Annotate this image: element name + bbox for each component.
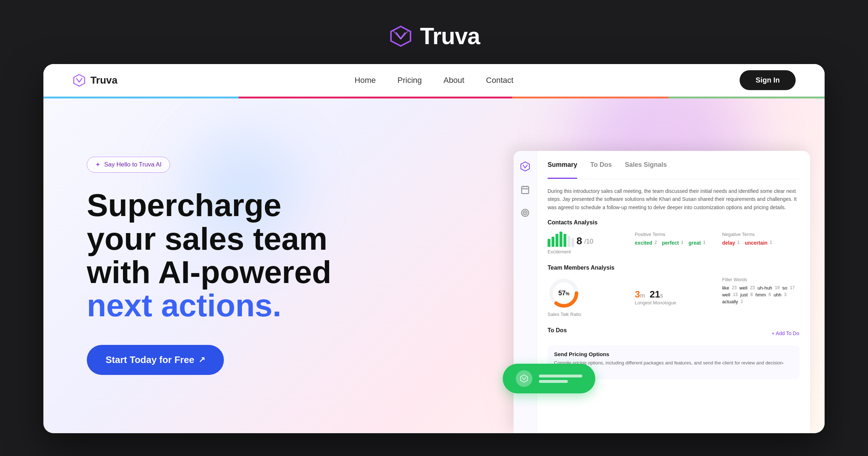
hero-title-line2: your sales team: [87, 221, 327, 257]
filler-words-box: Filler Words like 23 well 23 uh-huh 19 s…: [722, 277, 799, 317]
browser-card: Truva Home Pricing About Contact Sign In…: [43, 64, 825, 433]
brand-name: Truva: [420, 23, 480, 50]
pill-line-2: [539, 380, 568, 383]
term-perfect-count: 1: [681, 240, 684, 246]
hero-title-highlight: next actions.: [87, 287, 281, 323]
bar-7: [571, 238, 574, 247]
positive-terms: excited 2 perfect 1 great 1: [635, 240, 712, 246]
term-great-count: 1: [703, 240, 706, 246]
arrow-icon: ↗: [199, 355, 205, 364]
fw-so: so: [782, 285, 787, 291]
monologue-sec: 21s: [650, 289, 663, 300]
filler-words-list: like 23 well 23 uh-huh 19 so 17 well 13 …: [722, 285, 799, 304]
hero-title: Supercharge your sales team with AI-powe…: [87, 189, 354, 322]
hero-section: ✦ Say Hello to Truva AI Supercharge your…: [43, 98, 514, 433]
tab-sales-signals[interactable]: Sales Signals: [625, 161, 667, 174]
bar-5: [563, 234, 566, 247]
monologue-box: 3m 21s Longest Monologue: [635, 277, 712, 317]
term-excited: excited: [635, 240, 652, 246]
todos-header: To Dos + Add To Do: [548, 327, 799, 339]
bar-4: [559, 232, 562, 247]
sparkle-icon: ✦: [95, 161, 101, 169]
term-uncertain-count: 1: [770, 240, 772, 246]
fw-uhhuh: uh-huh: [758, 285, 772, 291]
term-perfect: perfect: [662, 240, 679, 246]
svg-marker-0: [391, 26, 410, 46]
fw-like: like: [722, 285, 729, 291]
negative-terms-label: Negative Terms: [722, 232, 799, 237]
term-great: great: [689, 240, 701, 246]
add-todo-button[interactable]: + Add To Do: [772, 330, 799, 336]
positive-terms-box: Positive Terms excited 2 perfect 1 great…: [635, 232, 712, 254]
donut-percent: 57: [558, 290, 566, 297]
nav-contact[interactable]: Contact: [486, 76, 514, 85]
navbar: Truva Home Pricing About Contact Sign In: [43, 64, 825, 97]
pill-icon: [516, 370, 532, 387]
hero-badge-text: Say Hello to Truva AI: [104, 161, 162, 168]
fw-just: just: [740, 292, 748, 297]
team-analysis-grid: 57% Sales Talk Ratio 3m 21s: [548, 277, 799, 317]
fw-uhh: uhh: [774, 292, 782, 297]
donut-label: 57%: [558, 290, 570, 297]
monologue-time: 3m 21s: [635, 289, 712, 300]
svg-marker-1: [74, 75, 85, 86]
svg-marker-2: [521, 375, 528, 382]
contacts-analysis-grid: 8 /10 Excitement Positive Terms excited: [548, 232, 799, 254]
tab-todos[interactable]: To Dos: [590, 161, 612, 174]
outer-wrapper: Truva Truva Home: [0, 0, 868, 456]
top-branding: Truva: [388, 23, 480, 50]
excitement-label: Excitement: [548, 249, 625, 254]
fw-actually: actually: [722, 299, 738, 304]
donut-pct: %: [566, 291, 570, 296]
floating-pill: [503, 364, 595, 393]
positive-terms-label: Positive Terms: [635, 232, 712, 237]
negative-terms-box: Negative Terms delay 1 uncertain 1: [722, 232, 799, 254]
nav-home[interactable]: Home: [354, 76, 376, 85]
team-analysis-title: Team Members Analysis: [548, 265, 799, 271]
nav-logo-small-icon: [72, 73, 86, 87]
cta-label: Start Today for Free: [106, 354, 194, 366]
signin-button[interactable]: Sign In: [740, 70, 796, 90]
summary-text: During this introductory sales call meet…: [548, 187, 799, 211]
talk-ratio-box: 57% Sales Talk Ratio: [548, 277, 625, 317]
nav-pricing[interactable]: Pricing: [397, 76, 422, 85]
brand-logo-icon: [388, 24, 413, 49]
bar-1: [548, 239, 550, 247]
excitement-denom: /10: [584, 238, 593, 245]
tab-summary[interactable]: Summary: [548, 161, 577, 174]
donut-wrapper: 57%: [548, 277, 580, 309]
ui-panel-wrapper: Summary To Dos Sales Signals During this…: [514, 98, 825, 433]
hero-badge: ✦ Say Hello to Truva AI: [87, 157, 170, 173]
bar-3: [556, 234, 558, 247]
panel-tabs: Summary To Dos Sales Signals: [548, 161, 799, 179]
excitement-bars: [548, 232, 574, 247]
cta-button[interactable]: Start Today for Free ↗: [87, 345, 224, 375]
fw-hmm: hmm: [756, 292, 766, 297]
sidebar-logo-icon: [518, 160, 532, 173]
pill-lines: [539, 375, 582, 383]
term-delay-count: 1: [737, 240, 740, 246]
main-content: ✦ Say Hello to Truva AI Supercharge your…: [43, 98, 825, 433]
sidebar-calendar-icon[interactable]: [518, 183, 532, 197]
nav-about[interactable]: About: [443, 76, 464, 85]
term-delay: delay: [722, 240, 735, 246]
monologue-label: Longest Monologue: [635, 300, 712, 305]
todos-title: To Dos: [548, 327, 567, 334]
svg-marker-3: [521, 162, 529, 171]
fw-well1: well: [739, 285, 747, 291]
nav-logo: Truva: [72, 73, 118, 87]
pill-line-1: [539, 375, 582, 377]
excitement-score: 8: [576, 235, 582, 247]
filler-words-label: Filler Words: [722, 277, 799, 282]
negative-terms: delay 1 uncertain 1: [722, 240, 799, 246]
term-excited-count: 2: [655, 240, 657, 246]
svg-rect-4: [522, 186, 529, 194]
nav-logo-text: Truva: [90, 75, 118, 86]
hero-title-line3: with AI-powered: [87, 254, 331, 290]
bar-2: [552, 237, 554, 247]
monologue-min: 3m: [635, 289, 645, 300]
sidebar-target-icon[interactable]: [518, 206, 532, 220]
contacts-analysis-title: Contacts Analysis: [548, 219, 799, 226]
talk-ratio-label: Sales Talk Ratio: [548, 312, 625, 317]
nav-links: Home Pricing About Contact: [354, 76, 513, 85]
